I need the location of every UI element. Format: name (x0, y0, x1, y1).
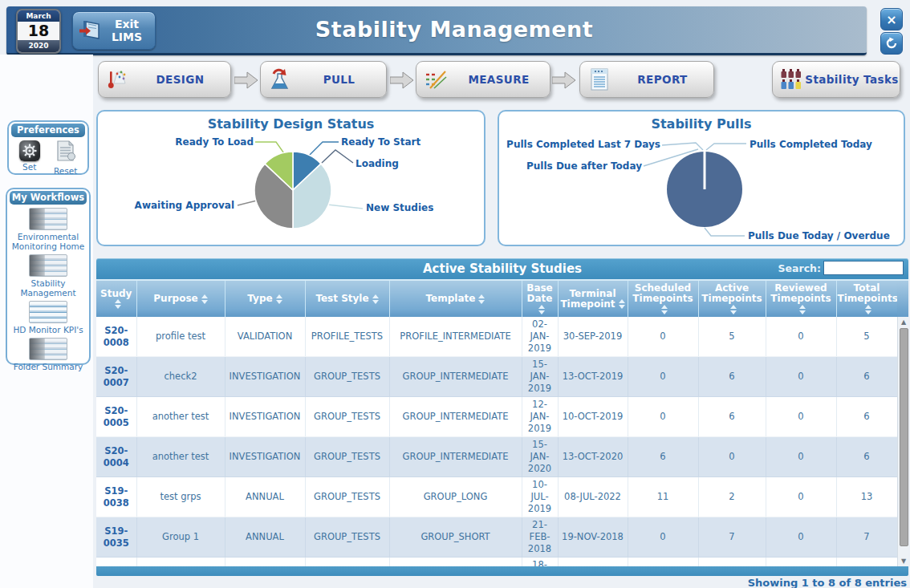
table-cell: 7 (698, 517, 766, 558)
active-stability-studies-table: Active Stability Studies Search: StudyPu… (96, 258, 908, 576)
gear-icon (19, 140, 40, 161)
table-cell: 15-JAN-2020 (522, 437, 558, 477)
workflow-item-hd-monitor-kpis[interactable]: HD Monitor KPI's (7, 301, 89, 335)
preferences-header: Preferences (11, 124, 85, 137)
close-button[interactable]: × (880, 8, 903, 30)
scroll-up-arrow[interactable]: ▲ (898, 317, 908, 327)
table-cell: GROUP_INTERMEDIATE (389, 357, 522, 397)
table-cell: 0 (628, 357, 698, 397)
sort-icon[interactable] (478, 294, 485, 304)
table-cell: 11 (628, 477, 698, 517)
flow-arrow-icon (234, 71, 258, 89)
column-header-study[interactable]: Study (96, 280, 136, 317)
study-id-link[interactable]: S20-0007 (96, 357, 136, 397)
table-cell: GROUP_TESTS (305, 397, 389, 437)
table-cell: INVESTIGATION (225, 397, 305, 437)
column-header-total-timepoints[interactable]: Total Timepoints (836, 280, 897, 317)
table-bottom-bar (96, 566, 908, 576)
table-cell: 0 (698, 437, 766, 477)
sort-icon[interactable] (201, 294, 208, 304)
table-cell: Group 1 (136, 517, 225, 558)
column-header-active-timepoints[interactable]: Active Timepoints (698, 280, 766, 317)
my-workflows-header: My Workflows (10, 191, 87, 205)
table-cell: another test (136, 397, 225, 437)
study-id-link[interactable]: S19-0038 (96, 477, 136, 517)
sort-icon[interactable] (115, 299, 121, 309)
table-body: S20-0008profile testVALIDATIONPROFILE_TE… (96, 317, 898, 566)
table-cell: GROUP_INTERMEDIATE (389, 397, 522, 437)
column-label: Scheduled Timepoints (632, 282, 693, 304)
preferences-reset-button[interactable]: Reset (54, 140, 77, 176)
pie-label-ready-to-start: Ready To Start (341, 136, 420, 148)
column-header-purpose[interactable]: Purpose (136, 280, 225, 317)
column-header-reviewed-timepoints[interactable]: Reviewed Timepoints (766, 280, 836, 317)
top-header-bar: March 18 2020 Exit LIMS Stability Manage… (6, 6, 867, 55)
workflow-item-folder-summary[interactable]: Folder Summary (7, 338, 89, 371)
table-row-s20-0005[interactable]: S20-0005another testINVESTIGATIONGROUP_T… (96, 397, 897, 437)
sort-icon[interactable] (538, 305, 545, 314)
sort-icon[interactable] (865, 305, 871, 314)
refresh-button[interactable] (880, 32, 903, 55)
search-input[interactable] (823, 261, 904, 275)
column-header-test-style[interactable]: Test Style (305, 280, 389, 317)
table-cell: GROUP_TESTS (305, 477, 389, 517)
sort-icon[interactable] (372, 294, 379, 304)
table-cell: GROUP_LONG (389, 477, 522, 517)
sort-icon[interactable] (799, 305, 806, 314)
table-cell: 30-SEP-2019 (558, 317, 628, 357)
column-header-type[interactable]: Type (225, 280, 305, 317)
pie-label-pulls-due-today-overdue: Pulls Due Today / Overdue (748, 230, 890, 241)
column-label: Purpose (153, 293, 197, 304)
scrollbar-thumb[interactable] (900, 328, 908, 546)
design-label: DESIGN (130, 73, 230, 86)
measure-label: MEASURE (448, 73, 550, 86)
table-row-s19-0028[interactable]: S19-0028Demo Cycle Testing shortANNUALGR… (96, 558, 897, 567)
design-icon (106, 67, 130, 91)
study-id-link[interactable]: S20-0005 (96, 397, 136, 437)
pull-icon (268, 67, 292, 91)
report-label: REPORT (611, 73, 713, 86)
study-id-link[interactable]: S19-0035 (96, 517, 136, 558)
sort-icon[interactable] (661, 305, 668, 314)
flow-arrow-icon (552, 71, 576, 89)
study-id-link[interactable]: S20-0008 (96, 317, 136, 357)
preferences-set-button[interactable]: Set (19, 140, 40, 176)
table-row-s20-0004[interactable]: S20-0004another testINVESTIGATIONGROUP_T… (96, 437, 897, 477)
table-cell: 0 (628, 317, 698, 357)
table-cell: 5 (836, 317, 897, 357)
table-cell: 6 (836, 397, 897, 437)
sort-icon[interactable] (730, 305, 737, 314)
table-cell: ANNUAL (225, 517, 305, 558)
report-step-button[interactable]: REPORT (579, 61, 714, 98)
table-cell: 0 (766, 317, 836, 357)
sort-icon[interactable] (276, 294, 282, 304)
pull-step-button[interactable]: PULL (260, 61, 387, 98)
stability-tasks-label: Stability Tasks (804, 73, 900, 86)
scroll-down-arrow[interactable]: ▼ (898, 556, 908, 566)
workflow-item-stability-management[interactable]: Stability Management (7, 254, 89, 298)
table-cell: Demo Cycle Testing short (136, 558, 225, 567)
table-row-s19-0035[interactable]: S19-0035Group 1ANNUALGROUP_TESTSGROUP_SH… (96, 517, 897, 558)
pie-label-pulls-completed-today: Pulls Completed Today (750, 139, 872, 150)
my-workflows-panel: My Workflows Environmental Monitoring Ho… (6, 188, 91, 365)
table-cell: 6 (698, 397, 766, 437)
measure-step-button[interactable]: MEASURE (416, 61, 550, 98)
reset-document-icon (55, 140, 77, 162)
table-cell: test grps (136, 477, 225, 517)
table-row-s19-0038[interactable]: S19-0038test grpsANNUALGROUP_TESTSGROUP_… (96, 477, 897, 517)
table-cell: ANNUAL (225, 477, 305, 517)
stability-tasks-button[interactable]: Stability Tasks (772, 61, 900, 98)
sort-icon[interactable] (619, 299, 625, 309)
table-row-s20-0008[interactable]: S20-0008profile testVALIDATIONPROFILE_TE… (96, 317, 897, 357)
search-label: Search: (778, 262, 821, 274)
study-id-link[interactable]: S19-0028 (96, 558, 136, 567)
column-header-scheduled-timepoints[interactable]: Scheduled Timepoints (628, 280, 698, 317)
workflow-item-environmental-monitoring-home[interactable]: Environmental Monitoring Home (7, 208, 89, 251)
column-header-terminal-timepoint[interactable]: Terminal Timepoint (558, 280, 628, 317)
column-header-template[interactable]: Template (389, 280, 522, 317)
design-step-button[interactable]: DESIGN (98, 61, 231, 98)
study-id-link[interactable]: S20-0004 (96, 437, 136, 477)
table-row-s20-0007[interactable]: S20-0007check2INVESTIGATIONGROUP_TESTSGR… (96, 357, 897, 397)
table-cell: 10-OCT-2019 (558, 397, 628, 437)
column-header-base-date[interactable]: Base Date (522, 280, 558, 317)
